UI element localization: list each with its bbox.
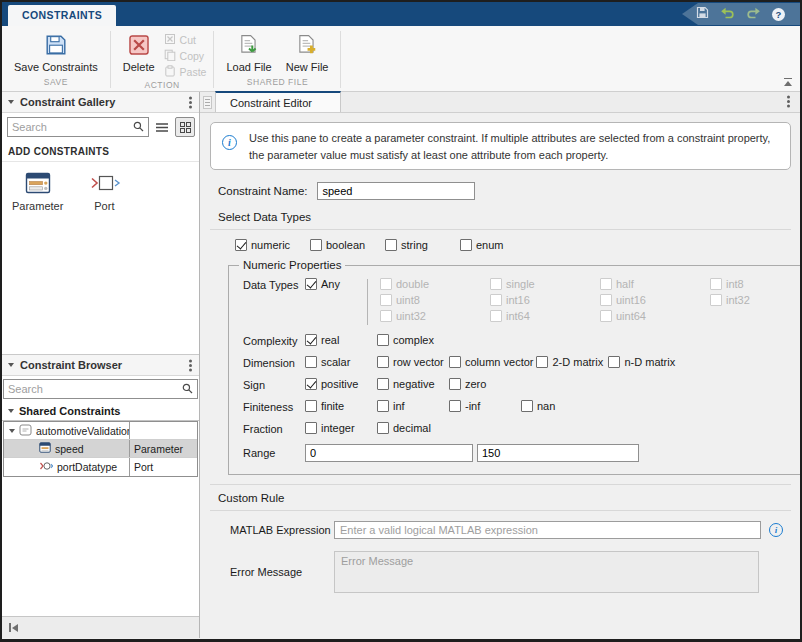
- checkbox-zero[interactable]: zero: [449, 378, 521, 390]
- tab-constraints[interactable]: CONSTRAINTS: [8, 5, 116, 26]
- error-message-textarea[interactable]: [334, 551, 759, 593]
- save-icon[interactable]: [696, 5, 709, 23]
- gallery-menu-icon[interactable]: [189, 101, 192, 104]
- checkbox-int8[interactable]: int8: [710, 278, 800, 290]
- checkbox-int16[interactable]: int16: [490, 294, 600, 306]
- grid-view-button[interactable]: [175, 117, 195, 137]
- tree-row-automotive-validation[interactable]: automotiveValidation: [4, 422, 197, 440]
- gallery-item-port[interactable]: Port: [79, 171, 129, 212]
- checkbox-box: [305, 422, 317, 434]
- checkbox-uint16[interactable]: uint16: [600, 294, 710, 306]
- checkbox-uint64[interactable]: uint64: [600, 310, 710, 322]
- gallery-search-input[interactable]: [12, 121, 133, 133]
- browser-search-box: [3, 379, 198, 399]
- ribbon-section-save: SAVE: [2, 77, 110, 91]
- complexity-label: Complexity: [243, 334, 305, 347]
- editor-menu-icon[interactable]: [787, 100, 790, 103]
- checkbox-real[interactable]: real: [305, 334, 377, 346]
- checkbox-nan[interactable]: nan: [521, 400, 593, 412]
- checkbox-scalar[interactable]: scalar: [305, 356, 377, 368]
- collapse-panel-button[interactable]: [9, 623, 18, 632]
- checkbox-label: int64: [506, 310, 530, 322]
- checkbox-integer[interactable]: integer: [305, 422, 377, 434]
- checkbox-uint32[interactable]: uint32: [380, 310, 490, 322]
- checkbox-row-vector[interactable]: row vector: [377, 356, 449, 368]
- checkbox-box: [608, 356, 620, 368]
- checkbox-nd-matrix[interactable]: n-D matrix: [608, 356, 680, 368]
- checkbox-2d-matrix[interactable]: 2-D matrix: [536, 356, 608, 368]
- constraint-browser-panel: Constraint Browser: [2, 354, 199, 638]
- constraint-name-input[interactable]: [317, 182, 475, 200]
- browser-menu-icon[interactable]: [189, 364, 192, 367]
- panel-grip-icon[interactable]: [203, 96, 212, 109]
- checkbox-box: [377, 422, 389, 434]
- checkbox-finite[interactable]: finite: [305, 400, 377, 412]
- checkbox-box: [385, 239, 397, 251]
- constraint-gallery-header[interactable]: Constraint Gallery: [2, 92, 199, 113]
- undo-icon[interactable]: [720, 5, 735, 23]
- paste-button[interactable]: Paste: [164, 65, 207, 79]
- checkbox-single[interactable]: single: [490, 278, 600, 290]
- matlab-expression-input[interactable]: [334, 521, 761, 539]
- load-file-button[interactable]: Load File: [219, 30, 278, 73]
- load-file-icon: [238, 34, 260, 58]
- shared-constraints-heading[interactable]: Shared Constraints: [2, 401, 199, 421]
- help-icon[interactable]: ?: [772, 8, 785, 21]
- new-file-button[interactable]: New File: [279, 30, 336, 73]
- checkbox-uint8[interactable]: uint8: [380, 294, 490, 306]
- redo-icon[interactable]: [746, 5, 761, 23]
- checkbox-numeric[interactable]: numeric: [235, 239, 310, 251]
- checkbox-any[interactable]: Any: [305, 278, 359, 290]
- list-view-button[interactable]: [152, 117, 172, 137]
- tab-constraint-editor[interactable]: Constraint Editor: [215, 91, 341, 112]
- checkbox-int32[interactable]: int32: [710, 294, 800, 306]
- checkbox-negative[interactable]: negative: [377, 378, 449, 390]
- range-min-input[interactable]: [305, 444, 473, 462]
- cut-button[interactable]: Cut: [164, 33, 207, 47]
- checkbox-string[interactable]: string: [385, 239, 460, 251]
- save-constraints-label: Save Constraints: [14, 61, 98, 73]
- collapse-triangle-icon: [8, 363, 14, 367]
- checkbox-neg-inf[interactable]: -inf: [449, 400, 521, 412]
- checkbox-inf[interactable]: inf: [377, 400, 449, 412]
- save-constraints-button[interactable]: Save Constraints: [7, 30, 105, 73]
- checkbox-enum[interactable]: enum: [460, 239, 535, 251]
- port-block-icon: [87, 171, 121, 197]
- search-icon: [133, 118, 144, 136]
- gallery-item-parameter[interactable]: Parameter: [12, 171, 63, 212]
- checkbox-double[interactable]: double: [380, 278, 490, 290]
- dimension-label: Dimension: [243, 356, 305, 369]
- tree-row-port-datatype[interactable]: portDatatype Port: [4, 458, 197, 476]
- expression-info-icon[interactable]: i: [769, 523, 783, 537]
- checkbox-column-vector[interactable]: column vector: [449, 356, 536, 368]
- collapse-toolstrip-button[interactable]: [784, 78, 792, 86]
- checkbox-boolean[interactable]: boolean: [310, 239, 385, 251]
- tree-row-speed[interactable]: speed Parameter: [4, 440, 197, 458]
- range-max-input[interactable]: [477, 444, 639, 462]
- copy-button[interactable]: Copy: [164, 49, 207, 63]
- checkbox-box: [600, 278, 612, 290]
- checkbox-positive[interactable]: positive: [305, 378, 377, 390]
- constraint-tree: automotiveValidation: [3, 421, 198, 477]
- copy-icon: [164, 49, 176, 63]
- browser-search-input[interactable]: [8, 383, 182, 395]
- port-icon: [39, 461, 53, 473]
- checkbox-half[interactable]: half: [600, 278, 710, 290]
- checkbox-label: scalar: [321, 356, 350, 368]
- ribbon-group-save: Save Constraints SAVE: [2, 26, 110, 91]
- delete-icon: [128, 34, 150, 58]
- checkbox-box: [305, 334, 317, 346]
- delete-button[interactable]: Delete: [116, 30, 162, 73]
- constraint-browser-header[interactable]: Constraint Browser: [2, 355, 199, 376]
- tree-node-type: Port: [130, 458, 197, 476]
- checkbox-complex[interactable]: complex: [377, 334, 449, 346]
- finiteness-label: Finiteness: [243, 400, 305, 413]
- checkbox-decimal[interactable]: decimal: [377, 422, 449, 434]
- toolstrip-tab-bar: CONSTRAINTS ?: [2, 2, 800, 26]
- clipboard-buttons: Cut Copy: [162, 30, 209, 80]
- checkbox-label: uint16: [616, 294, 646, 306]
- checkbox-box: [449, 400, 461, 412]
- checkbox-int64[interactable]: int64: [490, 310, 600, 322]
- checkbox-label: boolean: [326, 239, 365, 251]
- constraint-name-label: Constraint Name:: [218, 185, 307, 197]
